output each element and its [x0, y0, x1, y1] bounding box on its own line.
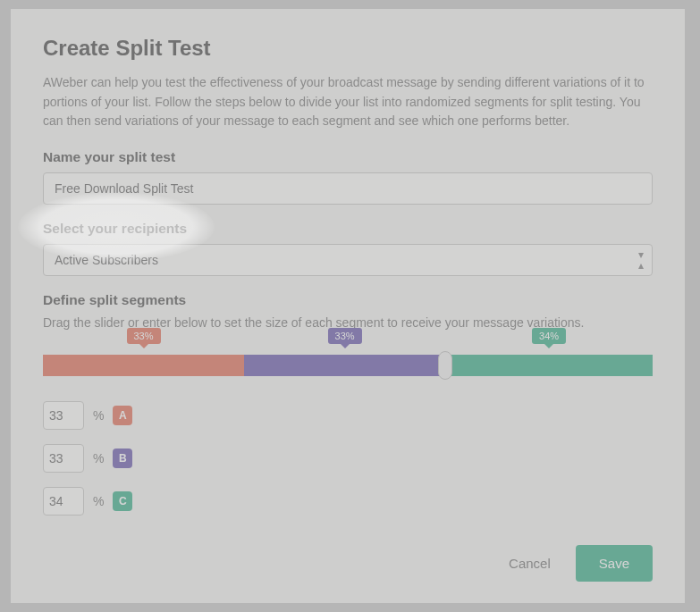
save-button[interactable]: Save [576, 545, 653, 582]
segment-bar-b: 33% [244, 355, 445, 376]
segment-input-c[interactable] [43, 487, 84, 516]
page-title: Create Split Test [43, 36, 653, 61]
recipients-select[interactable]: Active Subscribers [43, 244, 653, 276]
percent-sign: % [93, 408, 104, 423]
segment-slider[interactable]: 33% 33% 34% [43, 355, 653, 376]
segment-bubble-b: 33% [328, 328, 362, 344]
segment-badge-c: C [113, 491, 132, 511]
segment-row-c: % C [43, 487, 653, 516]
dialog-footer: Cancel Save [509, 545, 653, 582]
split-test-name-input[interactable] [43, 172, 653, 205]
segment-input-a[interactable] [43, 401, 84, 430]
cancel-button[interactable]: Cancel [509, 556, 551, 571]
select-recipients-label: Select your recipients [43, 221, 653, 237]
segment-bar-c: 34% [445, 355, 653, 376]
segment-badge-b: B [113, 449, 132, 468]
define-segments-label: Define split segments [43, 292, 653, 308]
segment-input-b[interactable] [43, 444, 84, 473]
segment-bubble-a: 33% [127, 328, 161, 344]
slider-handle[interactable] [438, 351, 452, 380]
segment-row-a: % A [43, 401, 653, 430]
segment-bubble-c: 34% [532, 328, 566, 344]
segment-badge-a: A [113, 406, 132, 425]
name-split-test-label: Name your split test [43, 149, 653, 165]
segment-bar-a: 33% [43, 355, 244, 376]
page-description: AWeber can help you test the effectivene… [43, 73, 653, 131]
segment-row-b: % B [43, 444, 653, 473]
percent-sign: % [93, 494, 104, 508]
create-split-test-panel: Create Split Test AWeber can help you te… [11, 9, 685, 603]
percent-sign: % [93, 451, 104, 465]
